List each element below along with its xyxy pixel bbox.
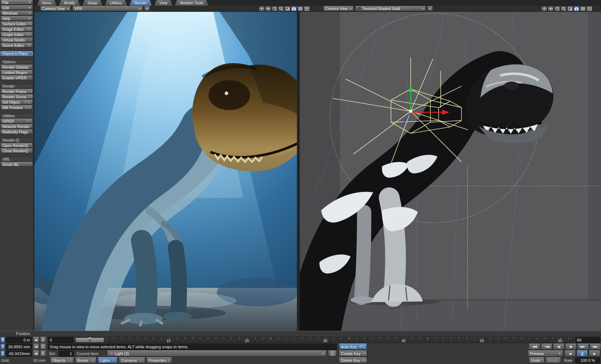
position-z-field[interactable]: -65.0419mm — [6, 350, 32, 356]
sidebar-item-viper[interactable]: VIPER F7 — [0, 119, 33, 123]
x-spinner[interactable]: ◀▶ — [33, 337, 39, 343]
item-type-button-bones[interactable]: Bones +B — [75, 357, 97, 363]
camera-icon[interactable] — [291, 6, 297, 11]
x-envelope-button[interactable]: E — [40, 337, 46, 343]
rate-field[interactable]: 100.0 % — [575, 357, 600, 363]
item-type-button-lights[interactable]: Lights +L — [98, 357, 118, 363]
timeline-ruler[interactable]: 102030405060 0 — [74, 337, 574, 343]
viewport-divider[interactable] — [297, 12, 300, 331]
move-icon[interactable] — [265, 6, 271, 11]
sidebar-item-enable-viper[interactable]: Enable VIPER — [0, 75, 33, 80]
rotate-icon[interactable] — [554, 6, 560, 11]
move-icon[interactable] — [548, 6, 554, 11]
chevron-down-icon: ▼ — [557, 352, 561, 355]
axis-z-button[interactable]: Z — [0, 350, 5, 356]
sidebar-item-graph-editor[interactable]: Graph Editor ^F2 — [0, 32, 33, 37]
undo-button[interactable]: Undo ^Z — [529, 357, 544, 363]
sidebar-item-limited-region[interactable]: Limited Region l — [0, 70, 33, 75]
menu-button[interactable]: Help ▼ — [0, 16, 33, 21]
transport-button[interactable]: +◀◀ — [541, 344, 552, 350]
viewport-vpr-render[interactable] — [34, 12, 297, 331]
sidebar-item-render-frame[interactable]: Render Frame F9 — [0, 89, 33, 94]
rate-label: Rate — [564, 357, 572, 363]
sidebar-item-render-scene[interactable]: Render Scene F10 — [0, 94, 33, 99]
sidebar-item-network-render[interactable]: Network Render — [0, 124, 33, 129]
light-icon — [109, 352, 113, 355]
create-key-button[interactable]: Create Key ret — [339, 350, 367, 356]
y-envelope-button[interactable]: E — [40, 344, 46, 350]
sidebar-item-smart-ibl[interactable]: Smart IBL — [0, 162, 33, 167]
rotate-icon[interactable] — [272, 6, 278, 11]
item-type-button-objects[interactable]: Objects +O — [50, 357, 74, 363]
tab[interactable]: Utilities — [105, 0, 127, 6]
tab[interactable]: Items — [37, 0, 57, 6]
item-type-button-properties[interactable]: Properties p — [146, 357, 172, 363]
right-viewport-menu-button[interactable]: ▼ — [427, 6, 433, 11]
menu-button[interactable]: File ▼ — [0, 0, 33, 5]
viewport-opengl-shaded[interactable] — [300, 12, 601, 331]
auto-key-button[interactable]: Auto Key +F1 — [339, 344, 367, 350]
left-viewport-menu-button[interactable]: ▼ — [144, 6, 150, 11]
transport-button[interactable]: ||▶ — [565, 344, 577, 350]
redo-button[interactable]: Redo — [546, 357, 561, 363]
zoom-icon[interactable] — [561, 6, 567, 11]
sel-label: Sel: — [49, 350, 56, 356]
z-envelope-button[interactable]: E — [40, 350, 46, 356]
sidebar-item-close-renderq[interactable]: Close RenderQ — [0, 148, 33, 153]
y-spinner[interactable]: ◀▶ — [33, 344, 39, 350]
sidebar-item-parent-in-place[interactable]: Parent in Place — [0, 51, 33, 56]
pan-icon[interactable] — [259, 6, 265, 11]
tab[interactable]: Modify — [59, 0, 80, 6]
pause-button[interactable]: || — [577, 350, 588, 356]
sidebar-item-sel-object[interactable]: Sel Object F11 — [0, 100, 33, 104]
tab[interactable]: Modeler Tools — [175, 0, 208, 6]
chevron-down-icon: ▼ — [65, 8, 69, 10]
sidebar-item-scene-editor[interactable]: Scene Editor ▼ — [0, 43, 33, 48]
sidebar-item-radiosity-flags[interactable]: Radiosity Flags — [0, 129, 33, 134]
preview-dropdown[interactable]: Preview ▼ — [528, 350, 563, 356]
right-view-mode-dropdown[interactable]: Camera View ▼ — [323, 6, 354, 11]
axis-x-button[interactable]: X — [0, 337, 5, 343]
sidebar-item-virtual-studio[interactable]: Virtual Studio — [0, 38, 33, 42]
right-shading-dropdown[interactable]: T Textured Shaded Solid ▼ — [355, 6, 426, 11]
play-forward-button[interactable]: ▶ — [589, 350, 600, 356]
menu-button[interactable]: Windows ▼ — [0, 11, 33, 15]
sidebar-item-render-globals[interactable]: Render Globals — [0, 65, 33, 69]
axis-y-button[interactable]: Y — [0, 344, 5, 350]
current-frame-field[interactable]: 0 — [48, 337, 73, 343]
z-spinner[interactable]: ◀▶ — [33, 350, 39, 356]
sidebar-item-open-renderq[interactable]: Open RenderQ — [0, 143, 33, 148]
tab[interactable]: View — [154, 0, 172, 6]
transport-button[interactable]: ▶▶| — [590, 344, 601, 350]
transport-controls: |◀◀+◀◀◀||||▶▶▶+▶▶| — [529, 344, 601, 350]
timeline-scrubber[interactable]: 0 — [75, 338, 104, 343]
current-item-dropdown[interactable]: Light (3) ▼ — [107, 350, 327, 356]
zoom-icon[interactable] — [278, 6, 284, 11]
fit-icon[interactable] — [304, 6, 310, 11]
sidebar-item-image-editor[interactable]: Image Editor F6 — [0, 27, 33, 31]
maximize-icon[interactable] — [284, 6, 290, 11]
camera-icon[interactable] — [573, 6, 580, 11]
fit-icon[interactable] — [586, 6, 592, 11]
maximize-icon[interactable] — [567, 6, 573, 11]
menu-button[interactable]: Edit ▼ — [0, 5, 33, 10]
tab[interactable]: Setup — [83, 0, 102, 6]
menu-icon[interactable] — [297, 6, 303, 11]
left-shading-dropdown[interactable]: VPR ▼ — [72, 6, 143, 11]
menu-icon[interactable] — [580, 6, 586, 11]
transport-button[interactable]: |◀◀ — [529, 344, 540, 350]
transport-button[interactable]: ◀|| — [553, 344, 565, 350]
transport-button[interactable]: ▶▶+ — [577, 344, 589, 350]
sidebar-item-mb-preview[interactable]: MB Preview +F9 — [0, 105, 33, 110]
delete-key-button[interactable]: Delete Key del — [339, 357, 367, 363]
pan-icon[interactable] — [541, 6, 547, 11]
position-y-field[interactable]: 39.9992 mm — [6, 344, 32, 350]
item-type-button-cameras[interactable]: Cameras +C — [119, 357, 145, 363]
tab[interactable]: Render — [130, 0, 152, 6]
item-list-icon[interactable] — [328, 350, 337, 356]
play-reverse-button[interactable]: ◀ — [565, 350, 576, 356]
end-frame-field[interactable]: 60 — [575, 337, 600, 343]
position-x-field[interactable]: 0 m — [6, 337, 32, 343]
sidebar-item-surface-editor[interactable]: Surface Editor F5 — [0, 21, 33, 26]
left-view-mode-dropdown[interactable]: Camera View ▼ — [40, 6, 71, 11]
